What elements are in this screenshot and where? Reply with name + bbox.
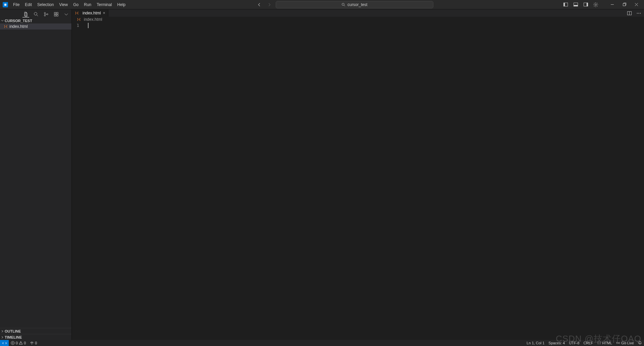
split-editor-icon[interactable] [626, 10, 633, 16]
svg-point-18 [44, 15, 45, 16]
editor-body[interactable]: 1 [72, 22, 644, 340]
svg-line-3 [344, 5, 345, 6]
timeline-label: TIMELINE [5, 335, 22, 339]
editor-tab[interactable]: index.html × [72, 9, 108, 17]
search-icon [341, 3, 345, 7]
source-control-icon[interactable] [43, 11, 49, 17]
menu-go[interactable]: Go [71, 1, 81, 8]
svg-rect-20 [54, 12, 56, 14]
problems-status[interactable]: 0 0 [9, 340, 28, 346]
html-file-icon [76, 17, 81, 22]
nav-forward-icon[interactable] [266, 1, 273, 8]
search-text: cursor_test [347, 2, 367, 7]
project-name: CURSOR_TEST [5, 19, 32, 23]
search-sidebar-icon[interactable] [33, 11, 39, 17]
explorer-sidebar: CURSOR_TEST index.html OUTLINE TIMELINE [0, 9, 72, 340]
file-name: index.html [9, 24, 28, 29]
indentation-status[interactable]: Spaces: 4 [546, 340, 567, 346]
svg-rect-23 [56, 14, 58, 16]
extensions-icon[interactable] [53, 11, 59, 17]
menu-terminal[interactable]: Terminal [94, 1, 114, 8]
error-count: 0 [16, 341, 18, 345]
search-input[interactable]: cursor_test [276, 1, 433, 8]
menu-view[interactable]: View [57, 1, 70, 8]
html-file-icon [74, 11, 79, 15]
outline-label: OUTLINE [5, 329, 21, 333]
go-live-button[interactable]: Go Live [614, 340, 636, 346]
app-icon [3, 2, 8, 7]
titlebar: File Edit Selection View Go Run Terminal… [0, 0, 644, 9]
toggle-secondary-sidebar-icon[interactable] [581, 1, 590, 8]
svg-rect-1 [4, 4, 6, 6]
menu-file[interactable]: File [11, 1, 22, 8]
nav-back-icon[interactable] [256, 1, 263, 8]
tab-close-icon[interactable]: × [103, 11, 105, 15]
language-label: HTML [602, 341, 612, 345]
breadcrumb[interactable]: index.html [72, 17, 644, 22]
chevron-right-icon [1, 336, 5, 339]
menu-edit[interactable]: Edit [22, 1, 34, 8]
settings-gear-icon[interactable] [591, 1, 600, 8]
line-number: 1 [72, 23, 79, 28]
ports-status[interactable]: 0 [28, 340, 39, 346]
error-icon [11, 341, 15, 345]
svg-point-17 [44, 12, 45, 13]
menu-run[interactable]: Run [82, 1, 94, 8]
breadcrumb-file: index.html [84, 17, 102, 22]
svg-point-19 [47, 13, 48, 15]
go-live-label: Go Live [621, 341, 634, 345]
menu-selection[interactable]: Selection [35, 1, 56, 8]
ports-count: 0 [35, 341, 37, 345]
warning-count: 0 [24, 341, 26, 345]
remote-indicator-icon[interactable] [0, 340, 9, 346]
menu-help[interactable]: Help [115, 1, 128, 8]
tab-bar: index.html × [72, 9, 644, 17]
svg-point-15 [34, 12, 37, 15]
file-tree-item[interactable]: index.html [0, 23, 71, 30]
encoding-status[interactable]: UTF-8 [567, 340, 581, 346]
svg-rect-21 [56, 12, 58, 14]
language-mode[interactable]: HTML [595, 340, 614, 346]
editor-actions [626, 9, 644, 17]
explorer-icon[interactable] [22, 11, 29, 17]
svg-point-26 [637, 13, 637, 13]
svg-point-33 [32, 342, 33, 343]
svg-rect-7 [574, 5, 578, 6]
cursor-position[interactable]: Ln 1, Col 1 [525, 340, 546, 346]
more-actions-icon[interactable] [635, 10, 642, 16]
antenna-icon [30, 341, 34, 345]
svg-point-34 [618, 343, 619, 344]
braces-icon [597, 341, 601, 345]
chevron-down-icon [1, 19, 5, 22]
window-minimize-icon[interactable] [606, 0, 618, 9]
svg-point-27 [638, 13, 639, 13]
eol-status[interactable]: CRLF [581, 340, 595, 346]
window-maximize-icon[interactable] [619, 0, 630, 9]
timeline-section[interactable]: TIMELINE [0, 334, 71, 340]
notifications-icon[interactable] [636, 340, 644, 346]
html-file-icon [3, 24, 8, 29]
titlebar-center: cursor_test [128, 1, 560, 8]
broadcast-icon [616, 341, 620, 345]
svg-rect-12 [623, 4, 625, 6]
svg-point-28 [640, 13, 641, 13]
line-gutter: 1 [72, 22, 85, 340]
svg-rect-22 [54, 14, 56, 16]
window-close-icon[interactable] [631, 0, 642, 9]
status-bar: 0 0 0 Ln 1, Col 1 Spaces: 4 UTF-8 CRLF H… [0, 340, 644, 346]
toggle-primary-sidebar-icon[interactable] [561, 1, 570, 8]
svg-point-10 [595, 4, 597, 5]
project-header[interactable]: CURSOR_TEST [0, 18, 71, 23]
svg-line-16 [37, 15, 38, 16]
main-area: CURSOR_TEST index.html OUTLINE TIMELINE [0, 9, 644, 340]
sidebar-actions [0, 10, 71, 18]
text-cursor [88, 23, 89, 28]
chevron-down-icon[interactable] [63, 11, 69, 17]
warning-icon [19, 341, 23, 345]
svg-rect-9 [586, 3, 588, 6]
toggle-panel-icon[interactable] [571, 1, 580, 8]
editor-area: index.html × index.html 1 [72, 9, 644, 340]
svg-rect-5 [564, 3, 565, 6]
outline-section[interactable]: OUTLINE [0, 328, 71, 334]
titlebar-right [561, 0, 642, 9]
